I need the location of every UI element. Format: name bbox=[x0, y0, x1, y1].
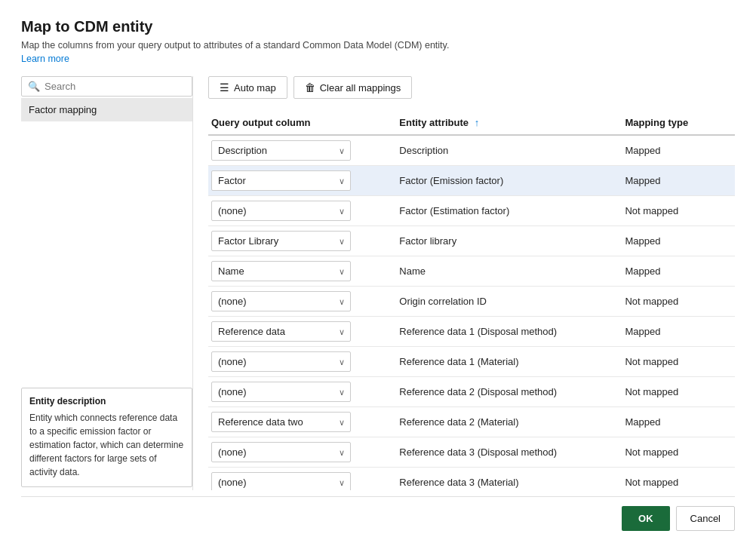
query-cell: (none)DescriptionFactorFactor LibraryNam… bbox=[208, 196, 396, 226]
table-row: (none)DescriptionFactorFactor LibraryNam… bbox=[208, 196, 735, 226]
col-header-mapping: Mapping type bbox=[622, 111, 735, 135]
query-select[interactable]: (none)DescriptionFactorFactor LibraryNam… bbox=[211, 442, 351, 462]
search-icon: 🔍 bbox=[28, 81, 40, 92]
query-select[interactable]: (none)DescriptionFactorFactor LibraryNam… bbox=[211, 382, 351, 402]
search-box[interactable]: 🔍 bbox=[21, 76, 192, 97]
mapping-cell: Mapped bbox=[622, 407, 735, 437]
table-row: (none)DescriptionFactorFactor LibraryNam… bbox=[208, 226, 735, 256]
entity-cell: Reference data 3 (Material) bbox=[396, 468, 622, 491]
table-row: (none)DescriptionFactorFactor LibraryNam… bbox=[208, 256, 735, 287]
clear-all-mappings-button[interactable]: 🗑 Clear all mappings bbox=[293, 76, 413, 99]
query-cell: (none)DescriptionFactorFactor LibraryNam… bbox=[208, 287, 396, 317]
entity-cell: Reference data 1 (Material) bbox=[396, 347, 622, 377]
table-row: (none)DescriptionFactorFactor LibraryNam… bbox=[208, 317, 735, 347]
learn-more-link[interactable]: Learn more bbox=[21, 54, 735, 64]
query-cell: (none)DescriptionFactorFactor LibraryNam… bbox=[208, 377, 396, 407]
entity-cell: Reference data 2 (Disposal method) bbox=[396, 377, 622, 407]
query-cell: (none)DescriptionFactorFactor LibraryNam… bbox=[208, 407, 396, 437]
table-row: (none)DescriptionFactorFactor LibraryNam… bbox=[208, 377, 735, 407]
mapping-cell: Not mapped bbox=[622, 347, 735, 377]
mapping-cell: Not mapped bbox=[622, 468, 735, 491]
col-header-entity[interactable]: Entity attribute ↑ bbox=[396, 111, 622, 135]
col-header-query: Query output column bbox=[208, 111, 396, 135]
mapping-cell: Mapped bbox=[622, 256, 735, 287]
query-select[interactable]: (none)DescriptionFactorFactor LibraryNam… bbox=[211, 201, 351, 221]
ok-button[interactable]: OK bbox=[622, 506, 670, 531]
mapping-cell: Mapped bbox=[622, 135, 735, 166]
mapping-cell: Mapped bbox=[622, 226, 735, 256]
mapping-cell: Not mapped bbox=[622, 437, 735, 468]
mapping-table-container: Query output column Entity attribute ↑ M… bbox=[208, 111, 735, 490]
query-cell: (none)DescriptionFactorFactor LibraryNam… bbox=[208, 226, 396, 256]
search-input[interactable] bbox=[45, 81, 186, 92]
query-select[interactable]: (none)DescriptionFactorFactor LibraryNam… bbox=[211, 351, 351, 372]
mapping-table: Query output column Entity attribute ↑ M… bbox=[208, 111, 735, 490]
mapping-cell: Mapped bbox=[622, 166, 735, 196]
page-title: Map to CDM entity bbox=[21, 18, 735, 35]
query-select[interactable]: (none)DescriptionFactorFactor LibraryNam… bbox=[211, 291, 351, 311]
query-cell: (none)DescriptionFactorFactor LibraryNam… bbox=[208, 135, 396, 166]
mapping-cell: Mapped bbox=[622, 317, 735, 347]
entity-cell: Reference data 2 (Material) bbox=[396, 407, 622, 437]
entity-cell: Factor (Emission factor) bbox=[396, 166, 622, 196]
clear-all-label: Clear all mappings bbox=[320, 82, 401, 94]
entity-cell: Factor (Estimation factor) bbox=[396, 196, 622, 226]
entity-description-text: Entity which connects reference data to … bbox=[29, 411, 184, 479]
table-row: (none)DescriptionFactorFactor LibraryNam… bbox=[208, 407, 735, 437]
entity-cell: Factor library bbox=[396, 226, 622, 256]
query-select[interactable]: (none)DescriptionFactorFactor LibraryNam… bbox=[211, 231, 351, 251]
query-select[interactable]: (none)DescriptionFactorFactor LibraryNam… bbox=[211, 261, 351, 281]
entity-cell: Reference data 1 (Disposal method) bbox=[396, 317, 622, 347]
table-row: (none)DescriptionFactorFactor LibraryNam… bbox=[208, 437, 735, 468]
table-row: (none)DescriptionFactorFactor LibraryNam… bbox=[208, 468, 735, 491]
sort-icon: ↑ bbox=[475, 117, 480, 128]
query-cell: (none)DescriptionFactorFactor LibraryNam… bbox=[208, 317, 396, 347]
query-cell: (none)DescriptionFactorFactor LibraryNam… bbox=[208, 437, 396, 468]
query-select[interactable]: (none)DescriptionFactorFactor LibraryNam… bbox=[211, 412, 351, 432]
mapping-cell: Not mapped bbox=[622, 377, 735, 407]
sidebar-item-factor-mapping[interactable]: Factor mapping bbox=[21, 98, 192, 121]
entity-description-label: Entity description bbox=[29, 396, 184, 406]
entity-cell: Reference data 3 (Disposal method) bbox=[396, 437, 622, 468]
query-select[interactable]: (none)DescriptionFactorFactor LibraryNam… bbox=[211, 321, 351, 342]
query-cell: (none)DescriptionFactorFactor LibraryNam… bbox=[208, 256, 396, 287]
entity-cell: Description bbox=[396, 135, 622, 166]
table-row: (none)DescriptionFactorFactor LibraryNam… bbox=[208, 287, 735, 317]
mapping-cell: Not mapped bbox=[622, 196, 735, 226]
sidebar-list: Factor mapping bbox=[21, 98, 192, 382]
table-row: (none)DescriptionFactorFactor LibraryNam… bbox=[208, 135, 735, 166]
page-subtitle: Map the columns from your query output t… bbox=[21, 40, 735, 51]
auto-map-label: Auto map bbox=[234, 82, 276, 94]
auto-map-icon: ☰ bbox=[220, 81, 229, 94]
query-select[interactable]: (none)DescriptionFactorFactor LibraryNam… bbox=[211, 472, 351, 490]
table-row: (none)DescriptionFactorFactor LibraryNam… bbox=[208, 347, 735, 377]
toolbar: ☰ Auto map 🗑 Clear all mappings bbox=[208, 76, 735, 99]
clear-all-icon: 🗑 bbox=[305, 81, 315, 94]
auto-map-button[interactable]: ☰ Auto map bbox=[208, 76, 287, 99]
entity-description-box: Entity description Entity which connects… bbox=[21, 388, 192, 487]
query-cell: (none)DescriptionFactorFactor LibraryNam… bbox=[208, 166, 396, 196]
entity-cell: Name bbox=[396, 256, 622, 287]
cancel-button[interactable]: Cancel bbox=[676, 506, 735, 531]
query-cell: (none)DescriptionFactorFactor LibraryNam… bbox=[208, 468, 396, 491]
query-select[interactable]: (none)DescriptionFactorFactor LibraryNam… bbox=[211, 170, 351, 191]
footer: OK Cancel bbox=[21, 496, 735, 531]
entity-cell: Origin correlation ID bbox=[396, 287, 622, 317]
table-row: (none)DescriptionFactorFactor LibraryNam… bbox=[208, 166, 735, 196]
query-cell: (none)DescriptionFactorFactor LibraryNam… bbox=[208, 347, 396, 377]
mapping-cell: Not mapped bbox=[622, 287, 735, 317]
query-select[interactable]: (none)DescriptionFactorFactor LibraryNam… bbox=[211, 140, 351, 161]
